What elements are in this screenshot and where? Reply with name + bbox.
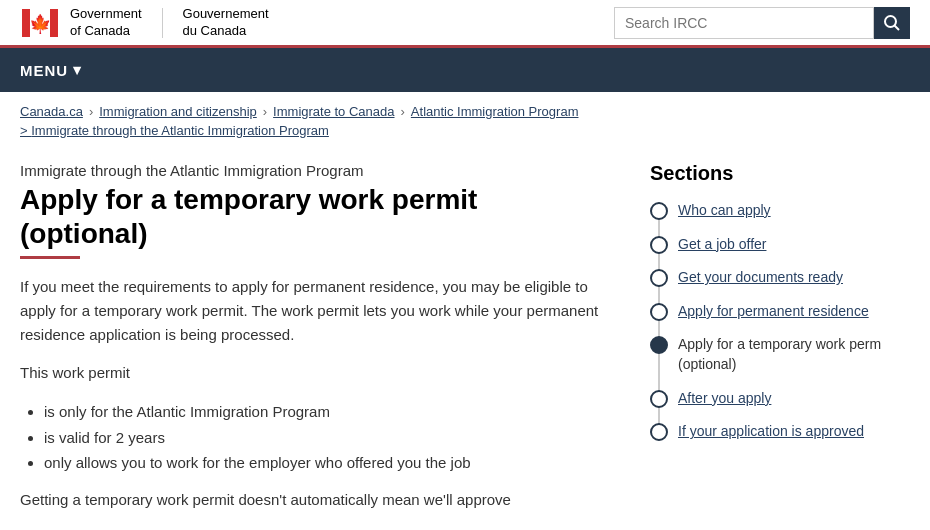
- section-link-who[interactable]: Who can apply: [678, 201, 771, 221]
- breadcrumb-sep-3: ›: [401, 104, 405, 119]
- breadcrumb-sub: Immigrate through the Atlantic Immigrati…: [20, 123, 910, 138]
- logo-area: 🍁 Government of Canada Gouvernement du C…: [20, 6, 269, 40]
- gov-canada-text-en: Government of Canada: [70, 6, 142, 40]
- breadcrumb-sub-link[interactable]: Immigrate through the Atlantic Immigrati…: [20, 123, 329, 138]
- section-dot-perm-res: [650, 303, 668, 321]
- breadcrumb-aip[interactable]: Atlantic Immigration Program: [411, 104, 579, 119]
- section-item-who: Who can apply: [650, 201, 890, 221]
- section-dot-after: [650, 390, 668, 408]
- section-dot-who: [650, 202, 668, 220]
- breadcrumb-sep-2: ›: [263, 104, 267, 119]
- svg-line-5: [895, 25, 900, 30]
- content-area: Immigrate through the Atlantic Immigrati…: [20, 162, 610, 526]
- list-item: is valid for 2 years: [44, 425, 610, 451]
- gov-canada-text-fr: Gouvernement du Canada: [183, 6, 269, 40]
- trailing-paragraph: Getting a temporary work permit doesn't …: [20, 488, 610, 512]
- main-navbar[interactable]: MENU ▾: [0, 48, 930, 92]
- breadcrumb-row: Canada.ca › Immigration and citizenship …: [20, 104, 910, 119]
- section-item-temp-work: Apply for a temporary work perm (optiona…: [650, 335, 890, 374]
- section-item-approved: If your application is approved: [650, 422, 890, 442]
- header-divider: [162, 8, 163, 38]
- sections-heading: Sections: [650, 162, 890, 185]
- svg-rect-1: [50, 9, 58, 37]
- section-link-perm-res[interactable]: Apply for permanent residence: [678, 302, 869, 322]
- section-dot-approved: [650, 423, 668, 441]
- section-link-approved[interactable]: If your application is approved: [678, 422, 864, 442]
- breadcrumb-immigrate[interactable]: Immigrate to Canada: [273, 104, 394, 119]
- page-title: Apply for a temporary work permit (optio…: [20, 183, 610, 250]
- list-item: only allows you to work for the employer…: [44, 450, 610, 476]
- chevron-down-icon: ▾: [73, 61, 82, 79]
- list-intro: This work permit: [20, 361, 610, 385]
- section-link-job[interactable]: Get a job offer: [678, 235, 766, 255]
- section-item-docs: Get your documents ready: [650, 268, 890, 288]
- search-button[interactable]: [874, 7, 910, 39]
- intro-paragraph: If you meet the requirements to apply fo…: [20, 275, 610, 347]
- sections-sidebar: Sections Who can apply Get a job offer G…: [650, 162, 890, 526]
- work-permit-list: is only for the Atlantic Immigration Pro…: [44, 399, 610, 476]
- title-underline: [20, 256, 80, 259]
- section-text-temp-work: Apply for a temporary work perm (optiona…: [678, 335, 890, 374]
- breadcrumb-canada[interactable]: Canada.ca: [20, 104, 83, 119]
- section-item-job: Get a job offer: [650, 235, 890, 255]
- section-list: Who can apply Get a job offer Get your d…: [650, 201, 890, 442]
- section-dot-temp-work: [650, 336, 668, 354]
- breadcrumb-sep-1: ›: [89, 104, 93, 119]
- section-dot-docs: [650, 269, 668, 287]
- breadcrumb-immigration[interactable]: Immigration and citizenship: [99, 104, 257, 119]
- section-dot-job: [650, 236, 668, 254]
- search-input[interactable]: [614, 7, 874, 39]
- main-layout: Immigrate through the Atlantic Immigrati…: [0, 142, 930, 530]
- section-item-after: After you apply: [650, 389, 890, 409]
- search-area: [614, 7, 910, 39]
- svg-point-4: [885, 16, 896, 27]
- canada-flag-icon: 🍁: [20, 7, 60, 39]
- section-link-after[interactable]: After you apply: [678, 389, 771, 409]
- site-header: 🍁 Government of Canada Gouvernement du C…: [0, 0, 930, 48]
- menu-button[interactable]: MENU ▾: [20, 61, 82, 79]
- section-link-docs[interactable]: Get your documents ready: [678, 268, 843, 288]
- breadcrumb: Canada.ca › Immigration and citizenship …: [0, 92, 930, 142]
- page-subtitle: Immigrate through the Atlantic Immigrati…: [20, 162, 610, 179]
- section-item-perm-res: Apply for permanent residence: [650, 302, 890, 322]
- svg-text:🍁: 🍁: [29, 13, 52, 35]
- list-item: is only for the Atlantic Immigration Pro…: [44, 399, 610, 425]
